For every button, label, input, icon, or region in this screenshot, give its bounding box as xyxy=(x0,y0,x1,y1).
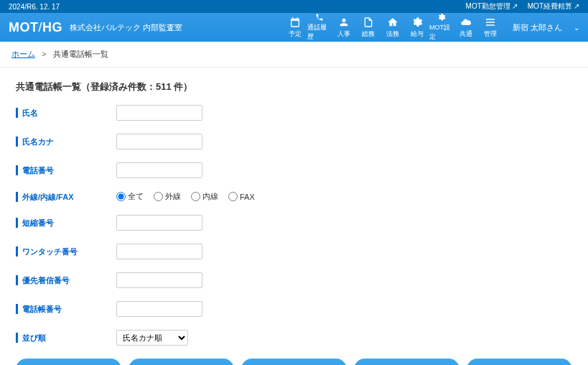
clear-button[interactable]: クリア xyxy=(129,359,234,365)
chevron-down-icon: ⌄ xyxy=(574,24,579,32)
external-icon: ↗ xyxy=(512,2,518,10)
radio-fax[interactable]: FAX xyxy=(228,192,255,201)
top-link-expense[interactable]: MOT経費精算↗ xyxy=(528,1,579,11)
name-input[interactable] xyxy=(116,105,202,121)
label-phone: 電話番号 xyxy=(16,165,116,175)
csv-export-button[interactable]: CSV出力 xyxy=(354,359,459,365)
breadcrumb: ホーム > 共通電話帳一覧 xyxy=(0,42,588,68)
label-line-type: 外線/内線/FAX xyxy=(16,192,116,202)
radio-all[interactable]: 全て xyxy=(116,191,144,202)
nav-mot-settings[interactable]: MOT設定 xyxy=(429,13,454,42)
radio-external[interactable]: 外線 xyxy=(154,191,181,202)
logo: MOT/HG xyxy=(9,20,62,35)
gear-icon xyxy=(411,17,423,28)
page-title: 共通電話帳一覧（登録済み件数：511 件） xyxy=(16,80,572,93)
priority-input[interactable] xyxy=(116,272,202,288)
date-display: 2024/R6. 12. 17 xyxy=(9,3,60,11)
nav-admin[interactable]: 管理 xyxy=(478,13,503,42)
cloud-icon xyxy=(460,17,472,28)
kana-input[interactable] xyxy=(116,134,202,149)
short-input[interactable] xyxy=(116,215,202,231)
list-icon xyxy=(485,17,496,28)
company-name: 株式会社バルテック 内部監査室 xyxy=(70,22,182,33)
external-icon: ↗ xyxy=(574,2,579,10)
document-icon xyxy=(363,17,374,28)
book-input[interactable] xyxy=(116,301,202,317)
csv-import-button[interactable]: CSV取込 xyxy=(467,359,572,365)
search-button[interactable]: 検索 xyxy=(16,359,121,365)
nav-hr[interactable]: 人事 xyxy=(332,13,356,42)
nav-schedule[interactable]: 予定 xyxy=(283,13,307,42)
phone-icon xyxy=(314,13,325,22)
onetouch-input[interactable] xyxy=(116,244,202,259)
nav-call-history[interactable]: 通話履歴 xyxy=(307,13,332,42)
scale-icon xyxy=(387,17,398,28)
top-link-attendance[interactable]: MOT勤怠管理↗ xyxy=(466,1,518,11)
label-short: 短縮番号 xyxy=(16,218,116,228)
nav-common[interactable]: 共通 xyxy=(454,13,478,42)
calendar-icon xyxy=(289,17,301,28)
sort-select[interactable]: 氏名カナ順 xyxy=(116,330,188,346)
label-name: 氏名 xyxy=(16,108,116,118)
label-book: 電話帳番号 xyxy=(16,304,116,314)
gear-icon xyxy=(436,13,447,22)
nav-legal[interactable]: 法務 xyxy=(381,13,405,42)
person-icon xyxy=(338,17,350,28)
breadcrumb-current: 共通電話帳一覧 xyxy=(53,50,108,58)
label-sort: 並び順 xyxy=(16,333,116,343)
label-onetouch: ワンタッチ番号 xyxy=(16,246,116,257)
new-button[interactable]: 新規 xyxy=(241,359,347,365)
radio-internal[interactable]: 内線 xyxy=(191,191,218,202)
label-priority: 優先着信番号 xyxy=(16,275,116,285)
nav-payroll[interactable]: 給与 xyxy=(405,13,429,42)
phone-input[interactable] xyxy=(116,162,202,178)
label-kana: 氏名カナ xyxy=(16,137,116,147)
breadcrumb-home[interactable]: ホーム xyxy=(11,50,35,58)
user-menu[interactable]: 新宿 太郎さん ⌄ xyxy=(513,22,579,33)
nav-general[interactable]: 総務 xyxy=(356,13,381,42)
